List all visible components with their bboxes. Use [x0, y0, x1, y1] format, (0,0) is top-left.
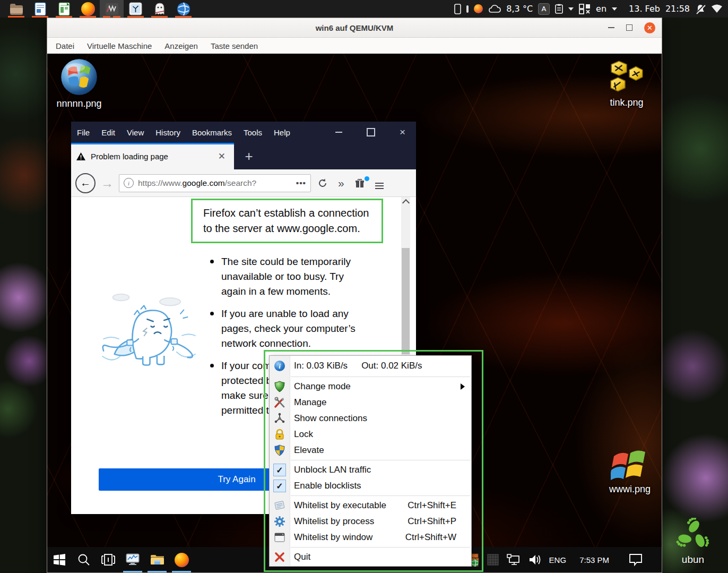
firefox-minimize-button[interactable]: [335, 132, 342, 133]
svg-text:i: i: [279, 362, 281, 370]
network-wifi-icon[interactable]: [711, 4, 723, 13]
taskbar-firefox[interactable]: [169, 547, 194, 572]
scrollbar-thumb[interactable]: [402, 248, 410, 354]
qemu-minimize-button[interactable]: [608, 27, 614, 28]
desktop-icon-label: nnnnn.png: [55, 98, 103, 109]
host-desktop-icon-ubun[interactable]: ubun: [672, 518, 714, 566]
padlock-icon: [273, 428, 286, 441]
taskbar-clock[interactable]: 7:53 PM: [579, 555, 609, 565]
language-indicator[interactable]: en: [596, 4, 606, 14]
task-view-button[interactable]: [96, 547, 120, 572]
toolbar-overflow-chevrons[interactable]: »: [334, 177, 348, 190]
qemu-menu-anzeigen[interactable]: Anzeigen: [159, 39, 203, 53]
menu-item-quit[interactable]: Quit: [270, 549, 471, 565]
firefox-menu-history[interactable]: History: [150, 126, 186, 139]
taskbar-language[interactable]: ENG: [549, 555, 567, 565]
language-dropdown-caret[interactable]: [612, 7, 617, 11]
clipboard-icon[interactable]: [555, 4, 563, 14]
forward-button[interactable]: →: [99, 176, 116, 191]
virt-viewer-launcher[interactable]: [124, 0, 148, 18]
url-bar[interactable]: i https://www.google.com/search? •••: [119, 174, 311, 192]
menu-item-elevate[interactable]: Elevate: [270, 442, 471, 458]
qemu-menu-taste-senden[interactable]: Taste senden: [205, 39, 263, 53]
menu-item-label: Unblock LAN traffic: [294, 465, 371, 475]
firefox-menu-help[interactable]: Help: [268, 126, 296, 139]
qemu-titlebar[interactable]: win6 auf QEMU/KVM ✕: [47, 18, 662, 38]
disconnected-dino-illustration: [100, 286, 198, 369]
panel-date[interactable]: 13. Feb: [629, 4, 660, 14]
keyboard-indicator-badge[interactable]: A: [538, 3, 550, 15]
traffic-stats-row[interactable]: i In: 0.03 KiB/s Out: 0.02 KiB/s: [270, 357, 471, 375]
qemu-menu-virtuelle-maschine[interactable]: Virtuelle Maschine: [82, 39, 157, 53]
virt-manager-launcher[interactable]: [100, 0, 124, 18]
start-button[interactable]: [47, 547, 72, 572]
weather-cloud-icon[interactable]: [488, 5, 501, 13]
scrollbar-up-button[interactable]: [401, 197, 410, 206]
notifications-muted-icon[interactable]: [695, 4, 706, 14]
ghostscript-launcher[interactable]: [148, 0, 171, 18]
workspace-grid-icon[interactable]: [579, 4, 591, 14]
firefox-menu-edit[interactable]: Edit: [96, 126, 121, 139]
tab-problem-loading-page[interactable]: Problem loading page ✕: [71, 143, 234, 169]
desktop-icon-tink[interactable]: tink.png: [602, 59, 651, 108]
phone-icon[interactable]: [454, 4, 461, 14]
shield-icon: [273, 380, 286, 393]
checkbox-checked-icon: ✓: [273, 464, 286, 476]
menu-item-whitelist-by-window[interactable]: Whitelist by window Ctrl+Shift+W: [270, 529, 471, 545]
clipboard-dropdown-caret[interactable]: [568, 7, 574, 11]
extension-gift-icon[interactable]: [351, 178, 368, 188]
menu-item-manage[interactable]: Manage: [270, 395, 471, 410]
menu-item-lock[interactable]: Lock: [270, 426, 471, 442]
search-button[interactable]: [72, 547, 96, 572]
panel-clock[interactable]: 21:58: [665, 4, 690, 14]
qemu-close-button[interactable]: ✕: [644, 22, 655, 33]
bullet-dot: [210, 312, 214, 315]
menu-item-enable-blocklists[interactable]: ✓ Enable blocklists: [270, 478, 471, 494]
firefox-menu-bookmarks[interactable]: Bookmarks: [186, 126, 238, 139]
qemu-menu-datei[interactable]: Datei: [50, 39, 80, 53]
taskbar-task-manager[interactable]: [120, 547, 145, 572]
folder-icon: [10, 3, 23, 15]
menu-item-whitelist-by-executable[interactable]: Whitelist by executable Ctrl+Shift+E: [270, 498, 471, 514]
reload-button[interactable]: [314, 178, 331, 188]
desktop-icon-nnnnn[interactable]: nnnnn.png: [55, 58, 103, 109]
firefox-menu-tools[interactable]: Tools: [238, 126, 268, 139]
menu-item-whitelist-by-process[interactable]: Whitelist by process Ctrl+Shift+P: [270, 514, 471, 529]
action-center-button[interactable]: [629, 553, 643, 566]
files-launcher[interactable]: [4, 0, 28, 18]
new-tab-button[interactable]: +: [240, 147, 258, 165]
submenu-arrow-icon: [461, 383, 465, 390]
panel-launchers: [0, 0, 195, 18]
temperature-reading[interactable]: 8,3 °C: [506, 4, 533, 14]
menu-item-change-mode[interactable]: Change mode: [270, 379, 471, 395]
site-info-icon[interactable]: i: [124, 178, 134, 188]
web-globe-launcher[interactable]: [171, 0, 195, 18]
menu-item-unblock-lan-traffic[interactable]: ✓ Unblock LAN traffic: [270, 462, 471, 478]
firefox-close-button[interactable]: ×: [400, 129, 405, 135]
desktop-icon-label: tink.png: [602, 97, 651, 108]
bullet-text: The site could be temporarily unavailabl…: [221, 254, 369, 299]
back-button[interactable]: ←: [75, 173, 96, 193]
dark-grid-tray-icon[interactable]: [487, 554, 499, 566]
menu-separator: [291, 547, 470, 548]
panel-status-area: 8,3 °C A en 13. Feb 21:58: [454, 3, 728, 15]
firefox-menu-view[interactable]: View: [121, 126, 150, 139]
calc-launcher[interactable]: [52, 0, 76, 18]
taskbar-file-explorer[interactable]: [145, 547, 169, 572]
network-ethernet-icon[interactable]: [507, 554, 521, 566]
qemu-maximize-button[interactable]: [626, 24, 632, 31]
firefox-tabbar: Problem loading page ✕ +: [71, 143, 416, 169]
desktop-icon-wwwi[interactable]: wwwi.png: [605, 448, 654, 495]
menu-item-show-connections[interactable]: Show connections: [270, 410, 471, 426]
firefox-maximize-button[interactable]: [367, 128, 375, 136]
sensor-flame-icon[interactable]: [474, 4, 483, 13]
notification-bubble-icon: [629, 553, 643, 566]
list-item: If you are unable to load any pages, che…: [210, 306, 369, 351]
tab-close-icon[interactable]: ✕: [215, 150, 229, 163]
firefox-menu-file[interactable]: File: [71, 126, 96, 139]
notification-dot: [365, 176, 369, 181]
firefox-launcher[interactable]: [76, 0, 100, 18]
volume-icon[interactable]: [528, 554, 541, 566]
hamburger-menu-button[interactable]: [371, 183, 387, 184]
writer-launcher[interactable]: [28, 0, 52, 18]
